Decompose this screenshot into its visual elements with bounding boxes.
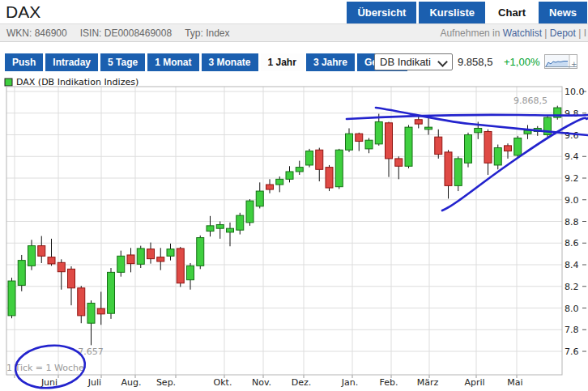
instrument-meta-bar: WKN: 846900ISIN: DE0008469008Typ: Index … bbox=[0, 23, 588, 42]
range-button-push[interactable]: Push bbox=[5, 53, 43, 71]
range-button-3-monate[interactable]: 3 Monate bbox=[202, 53, 258, 71]
tick-interval-note: 1 Tick = 1 Woche bbox=[6, 363, 84, 373]
candles bbox=[8, 106, 561, 346]
candle-body bbox=[197, 238, 204, 266]
indicator-select[interactable]: DB Indikati bbox=[374, 53, 453, 70]
candle-body bbox=[415, 120, 422, 124]
high-price-label: 9.868,5 bbox=[513, 96, 548, 106]
resistance-line bbox=[347, 115, 588, 119]
last-price: 9.858,5 bbox=[458, 56, 492, 68]
candle-body bbox=[365, 140, 373, 149]
candle-body bbox=[386, 123, 393, 159]
candle-body bbox=[147, 249, 155, 259]
separator: | bbox=[576, 28, 584, 39]
tab-news[interactable]: News bbox=[539, 2, 587, 23]
candle-body bbox=[316, 150, 323, 169]
price-change: +1,00% bbox=[504, 56, 539, 68]
range-button-intraday[interactable]: Intraday bbox=[45, 53, 98, 71]
candle-body bbox=[227, 228, 234, 232]
candle-body bbox=[475, 128, 482, 132]
candle-body bbox=[405, 127, 412, 166]
candle-body bbox=[216, 225, 224, 229]
candle-body bbox=[157, 257, 164, 261]
candle-body bbox=[207, 226, 214, 232]
depot-link[interactable]: Depot bbox=[550, 28, 576, 39]
month-label: Okt. bbox=[214, 377, 232, 388]
range-button-1-monat[interactable]: 1 Monat bbox=[147, 53, 198, 71]
y-axis-tick-label: 8.4 bbox=[565, 260, 579, 270]
y-axis-tick-label: 8.2 bbox=[565, 282, 579, 292]
month-label: Feb. bbox=[380, 377, 398, 388]
candle-body bbox=[58, 262, 65, 271]
legend-label: DAX (DB Indikation Indizes) bbox=[16, 77, 138, 87]
candle-body bbox=[18, 261, 25, 286]
candle-body bbox=[87, 303, 95, 323]
chevron-down-icon bbox=[437, 57, 448, 67]
candle-body bbox=[505, 146, 512, 151]
candle-body bbox=[8, 281, 15, 316]
candle-body bbox=[524, 130, 531, 134]
svg-text:+: + bbox=[571, 60, 577, 68]
candle-body bbox=[117, 256, 125, 272]
tab-chart[interactable]: Chart bbox=[488, 2, 536, 23]
tab-kursliste[interactable]: Kursliste bbox=[419, 2, 485, 23]
candle-body bbox=[484, 131, 492, 163]
candle-body bbox=[97, 308, 104, 314]
range-buttons: PushIntraday5 Tage1 Monat3 Monate1 Jahr3… bbox=[5, 53, 407, 71]
typ-label: Typ: Index bbox=[185, 28, 229, 39]
candle-body bbox=[356, 134, 363, 141]
candle-body bbox=[335, 150, 343, 186]
candle-body bbox=[296, 168, 303, 172]
candle-body bbox=[494, 148, 501, 165]
range-button-5-tage[interactable]: 5 Tage bbox=[100, 53, 145, 71]
separator: | bbox=[542, 28, 550, 39]
candle-body bbox=[435, 137, 442, 154]
candle-body bbox=[465, 135, 472, 164]
chart-toolbar: PushIntraday5 Tage1 Monat3 Monate1 Jahr3… bbox=[0, 52, 588, 73]
candle-body bbox=[108, 272, 115, 313]
mini-chart-icon[interactable]: + bbox=[544, 54, 577, 70]
candle-body bbox=[395, 159, 403, 166]
dax-chart-page: DAX ÜbersichtKurslisteChartNews WKN: 846… bbox=[0, 0, 588, 391]
candle-body bbox=[375, 121, 382, 143]
candle-body bbox=[266, 185, 274, 189]
candle-body bbox=[256, 191, 263, 206]
range-button-1-jahr[interactable]: 1 Jahr bbox=[261, 53, 304, 71]
candle-body bbox=[286, 172, 293, 179]
grid: 10.09.89.69.49.29.08.88.68.48.28.07.87.6 bbox=[6, 87, 586, 378]
month-label: Jan. bbox=[341, 377, 358, 388]
candle-body bbox=[127, 255, 134, 264]
watch-prefix: Aufnehmen in bbox=[440, 28, 502, 39]
candle-body bbox=[177, 249, 184, 283]
candle-body bbox=[445, 152, 452, 185]
month-label: März bbox=[417, 377, 439, 388]
y-axis-tick-label: 8.6 bbox=[565, 238, 579, 249]
candlestick-chart: DAX (DB Indikation Indizes)10.09.89.69.4… bbox=[0, 74, 588, 391]
month-label: Sep. bbox=[156, 377, 176, 388]
month-label: Aug. bbox=[121, 377, 142, 388]
instrument-identifiers: WKN: 846900ISIN: DE0008469008Typ: Index bbox=[6, 28, 243, 39]
month-label: April bbox=[464, 377, 484, 388]
y-axis-tick-label: 9.8 bbox=[565, 108, 579, 119]
candle-body bbox=[326, 168, 333, 188]
y-axis-tick-label: 9.0 bbox=[565, 195, 579, 206]
range-button-3-jahre[interactable]: 3 Jahre bbox=[306, 53, 355, 71]
truncated-link: I bbox=[584, 28, 586, 39]
candle-body bbox=[68, 269, 75, 287]
candle-body bbox=[78, 288, 85, 316]
month-label: Mai bbox=[507, 377, 522, 388]
candle-body bbox=[454, 159, 462, 185]
y-axis-tick-label: 9.2 bbox=[565, 173, 579, 184]
y-axis-tick-label: 8.0 bbox=[565, 304, 579, 314]
watchlist-link[interactable]: Watchlist bbox=[503, 28, 542, 39]
month-label: Nov. bbox=[252, 377, 271, 388]
y-axis-tick-label: 7.6 bbox=[565, 346, 579, 357]
candle-body bbox=[38, 246, 45, 257]
isin-label: ISIN: DE0008469008 bbox=[80, 28, 172, 39]
candle-body bbox=[48, 257, 55, 264]
tab-übersicht[interactable]: Übersicht bbox=[347, 2, 416, 23]
chart-legend: DAX (DB Indikation Indizes) bbox=[5, 77, 138, 87]
candle-body bbox=[425, 127, 432, 130]
candle-body bbox=[276, 179, 283, 185]
candle-body bbox=[137, 249, 144, 264]
